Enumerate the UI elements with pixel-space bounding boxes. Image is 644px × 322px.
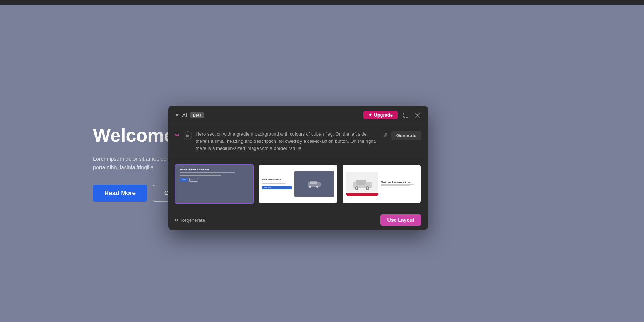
preview-card-2[interactable]: AutoFix Workshop Learn More	[258, 164, 338, 204]
p2-line-2	[262, 183, 286, 184]
preview-1-line-3	[180, 175, 221, 176]
svg-rect-5	[356, 180, 366, 185]
preview-2-text: AutoFix Workshop Learn More	[262, 179, 292, 189]
preview-1-line-2	[180, 174, 228, 174]
preview-2-title: AutoFix Workshop	[262, 179, 292, 181]
preview-3-text: Meet your Dream car with us	[381, 181, 417, 187]
top-bar	[0, 0, 644, 5]
preview-card-1[interactable]: Welcome to our Services Button Button	[175, 164, 254, 204]
beta-badge: Beta	[190, 112, 204, 118]
preview-3-lines	[381, 184, 417, 187]
upgrade-icon: ✦	[368, 112, 372, 118]
upgrade-label: Upgrade	[374, 112, 393, 118]
sparkle-icon: ✦	[175, 112, 179, 118]
preview-2-btn: Learn More	[262, 186, 292, 189]
close-button[interactable]	[414, 111, 421, 119]
prompt-area: ✏ ▶ Hero section with a gradient backgro…	[168, 125, 428, 158]
modal-footer: ↻ Regenerate Use Layout	[168, 210, 428, 230]
p3-line-3	[381, 187, 406, 187]
p3-line-2	[381, 185, 410, 186]
prompt-actions: Generate	[383, 131, 421, 140]
ai-label: AI	[182, 112, 187, 118]
regenerate-button[interactable]: ↻ Regenerate	[175, 218, 205, 223]
modal-header-left: ✦ AI Beta	[175, 112, 204, 118]
ai-modal: ✦ AI Beta ✦ Upgrade ✏ ▶ Hero sectio	[168, 106, 428, 230]
modal-header-right: ✦ Upgrade	[363, 111, 421, 119]
p2-line-1	[262, 182, 289, 182]
svg-point-3	[316, 186, 318, 188]
preview-3-red-bar	[346, 193, 378, 196]
read-more-button[interactable]: Read More	[93, 185, 147, 202]
svg-point-2	[309, 186, 311, 188]
regenerate-label: Regenerate	[181, 218, 205, 223]
preview-2-image	[294, 171, 334, 197]
prompt-circle-button[interactable]: ▶	[184, 131, 192, 140]
preview-card-3[interactable]: Meet your Dream car with us	[342, 164, 421, 204]
use-layout-button[interactable]: Use Layout	[380, 214, 421, 226]
preview-2-lines	[262, 182, 292, 184]
preview-3-bg: Meet your Dream car with us	[343, 165, 421, 203]
p3-line-1	[381, 184, 414, 185]
refresh-icon: ↻	[175, 218, 179, 223]
preview-1-btn-blue: Button	[180, 178, 188, 182]
preview-1-line-1	[180, 172, 235, 173]
preview-1-title: Welcome to our Services	[180, 168, 249, 171]
layout-previews: Welcome to our Services Button Button	[168, 158, 428, 210]
svg-point-7	[356, 187, 357, 189]
preview-3-title: Meet your Dream car with us	[381, 181, 417, 183]
preview-1-lines	[180, 172, 249, 176]
preview-2-inner: AutoFix Workshop Learn More	[259, 165, 337, 203]
svg-point-9	[367, 187, 368, 189]
preview-1-btn-outline: Button	[189, 178, 199, 182]
shrink-button[interactable]	[401, 111, 410, 119]
svg-rect-1	[310, 181, 317, 184]
preview-1-inner: Welcome to our Services Button Button	[175, 165, 253, 203]
preview-3-inner: Meet your Dream car with us	[343, 165, 421, 203]
upgrade-button[interactable]: ✦ Upgrade	[363, 111, 398, 119]
wand-button[interactable]	[383, 132, 389, 139]
modal-header: ✦ AI Beta ✦ Upgrade	[168, 106, 428, 125]
pencil-icon: ✏	[175, 131, 180, 139]
preview-1-buttons: Button Button	[180, 178, 249, 182]
preview-2-bg: AutoFix Workshop Learn More	[259, 165, 337, 203]
prompt-text: Hero section with a gradient background …	[196, 131, 379, 152]
preview-3-image	[346, 172, 378, 196]
preview-1-bg: Welcome to our Services Button Button	[175, 165, 253, 203]
generate-button[interactable]: Generate	[391, 131, 421, 140]
